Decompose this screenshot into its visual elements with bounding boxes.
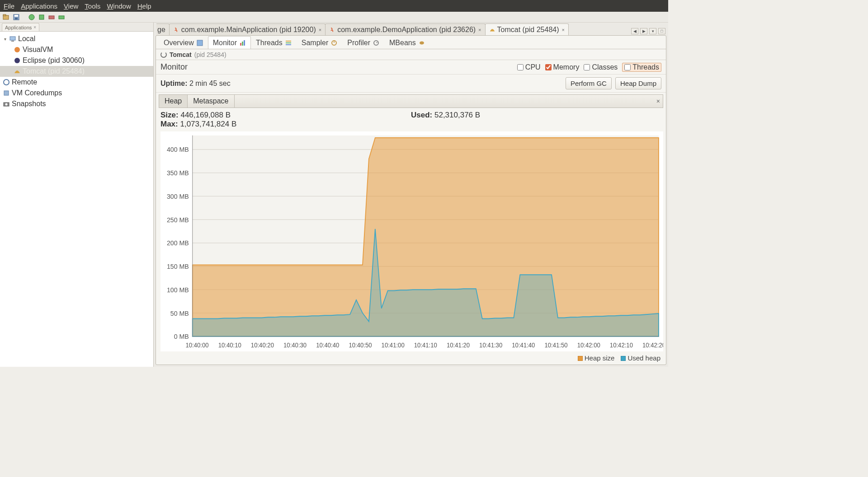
tab-overview[interactable]: Overview: [159, 36, 208, 49]
detail-tabs: Overview Monitor Threads Sampler Profile…: [156, 36, 666, 49]
scroll-left-button[interactable]: ◀: [631, 28, 638, 34]
tab-label: Profiler: [347, 39, 370, 47]
tree-node-eclipse[interactable]: Eclipse (pid 30060): [0, 55, 153, 66]
toolbar-icon-6[interactable]: [58, 14, 65, 21]
close-icon[interactable]: ×: [33, 25, 36, 30]
checkbox-memory[interactable]: Memory: [545, 63, 580, 71]
svg-text:10:41:30: 10:41:30: [479, 342, 502, 349]
applications-tree[interactable]: ▾Local VisualVM Eclipse (pid 30060) Tomc…: [0, 32, 153, 367]
menu-help[interactable]: Help: [137, 2, 151, 10]
checkbox-label: CPU: [525, 63, 541, 71]
svg-rect-7: [49, 16, 54, 19]
loading-icon: [160, 51, 167, 58]
menu-window[interactable]: Window: [107, 2, 131, 10]
svg-rect-3: [14, 15, 18, 17]
toolbar-icon-5[interactable]: [48, 14, 55, 21]
tabs-dropdown-button[interactable]: ▾: [649, 28, 656, 34]
checkbox-classes[interactable]: Classes: [584, 63, 618, 71]
sidebar-tab-applications[interactable]: Applications ×: [2, 23, 39, 31]
max-value: 1,073,741,824 B: [180, 120, 236, 128]
svg-rect-1: [3, 14, 6, 16]
used-label: Used:: [411, 111, 432, 119]
process-name: Tomcat: [170, 51, 192, 58]
legend-used-heap: Used heap: [621, 354, 660, 362]
svg-text:300 MB: 300 MB: [167, 192, 189, 200]
svg-point-28: [420, 41, 424, 44]
tree-label: Local: [18, 35, 35, 43]
scroll-right-button[interactable]: ▶: [640, 28, 647, 34]
perform-gc-button[interactable]: Perform GC: [566, 77, 612, 89]
legend-heap-size: Heap size: [578, 354, 615, 362]
checkbox-label: Memory: [553, 63, 580, 71]
tab-label: MBeans: [389, 39, 416, 47]
svg-text:400 MB: 400 MB: [167, 146, 189, 154]
remote-icon: [3, 79, 10, 86]
save-icon[interactable]: [13, 14, 20, 21]
tree-label: VisualVM: [23, 46, 53, 54]
tab-threads[interactable]: Threads: [251, 36, 297, 49]
checkbox-cpu[interactable]: CPU: [517, 63, 541, 71]
heap-dump-button[interactable]: Heap Dump: [615, 77, 661, 89]
toolbar-icon-4[interactable]: [38, 14, 45, 21]
tab-monitor[interactable]: Monitor: [208, 36, 251, 49]
tree-node-tomcat[interactable]: Tomcat (pid 25484): [0, 66, 153, 77]
menu-applications[interactable]: Applications: [21, 2, 57, 10]
svg-rect-19: [242, 42, 243, 46]
menu-file[interactable]: File: [4, 2, 14, 10]
close-icon[interactable]: ×: [319, 27, 321, 33]
sidebar-tab-label: Applications: [5, 25, 32, 30]
sampler-icon: [331, 40, 337, 46]
svg-text:200 MB: 200 MB: [167, 239, 189, 247]
svg-text:10:40:00: 10:40:00: [186, 342, 209, 349]
applications-sidebar: Applications × ▾Local VisualVM Eclipse (…: [0, 23, 154, 367]
svg-text:0 MB: 0 MB: [174, 333, 189, 341]
close-icon[interactable]: ×: [478, 27, 481, 33]
svg-text:10:41:50: 10:41:50: [544, 342, 567, 349]
svg-text:10:41:10: 10:41:10: [414, 342, 437, 349]
app-icon: [14, 46, 21, 53]
tab-label: ge: [157, 26, 165, 34]
chart-legend: Heap size Used heap: [156, 353, 666, 365]
size-label: Size:: [160, 111, 179, 119]
close-icon[interactable]: ×: [562, 27, 565, 33]
tab-heap[interactable]: Heap: [159, 95, 188, 108]
tree-node-snapshots[interactable]: Snapshots: [0, 98, 153, 109]
editor-tab-main[interactable]: com.example.MainApplication (pid 19200)×: [169, 23, 326, 35]
svg-text:10:40:20: 10:40:20: [251, 342, 274, 349]
tab-mbeans[interactable]: MBeans: [384, 36, 430, 49]
maximize-button[interactable]: □: [658, 28, 665, 34]
tab-label: Threads: [256, 39, 283, 47]
host-icon: [9, 35, 16, 42]
close-icon[interactable]: ×: [656, 98, 660, 105]
tab-metaspace[interactable]: Metaspace: [188, 95, 234, 108]
svg-point-12: [14, 58, 20, 63]
toolbar-icon-3[interactable]: [28, 14, 35, 21]
svg-text:50 MB: 50 MB: [170, 309, 189, 317]
tab-sampler[interactable]: Sampler: [297, 36, 343, 49]
tomcat-icon: [14, 68, 21, 75]
menu-tools[interactable]: Tools: [85, 2, 100, 10]
java-icon: [329, 27, 335, 33]
menu-view[interactable]: View: [64, 2, 78, 10]
editor-tab-tomcat[interactable]: Tomcat (pid 25484)×: [485, 23, 569, 35]
checkbox-threads[interactable]: Threads: [622, 63, 661, 72]
svg-text:10:40:10: 10:40:10: [218, 342, 241, 349]
editor-tab-truncated[interactable]: ge: [156, 23, 170, 35]
tree-node-remote[interactable]: Remote: [0, 77, 153, 88]
svg-rect-8: [59, 16, 64, 19]
tab-label: com.example.MainApplication (pid 19200): [181, 26, 316, 34]
svg-rect-10: [11, 41, 14, 42]
editor-tab-demo[interactable]: com.example.DemoApplication (pid 23626)×: [325, 23, 485, 35]
size-value: 446,169,088 B: [180, 111, 231, 119]
tab-profiler[interactable]: Profiler: [342, 36, 384, 49]
tree-node-local[interactable]: ▾Local: [0, 33, 153, 44]
coredump-icon: [3, 89, 10, 97]
max-label: Max:: [160, 120, 178, 128]
tree-node-coredumps[interactable]: VM Coredumps: [0, 88, 153, 98]
snapshot-icon: [3, 100, 10, 108]
checkbox-label: Threads: [632, 63, 659, 71]
monitor-title: Monitor: [160, 62, 188, 72]
open-icon[interactable]: [3, 14, 10, 21]
svg-text:10:42:20: 10:42:20: [642, 342, 663, 349]
tree-node-visualvm[interactable]: VisualVM: [0, 44, 153, 55]
